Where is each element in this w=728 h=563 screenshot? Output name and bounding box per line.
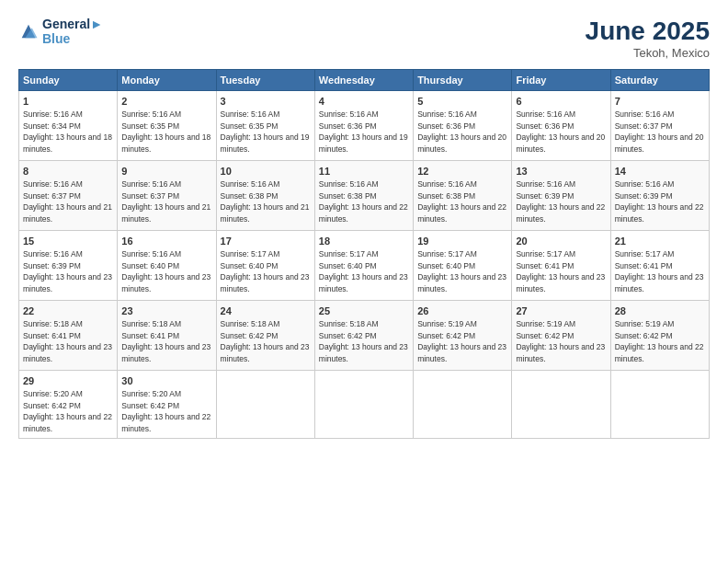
- calendar-cell: 22Sunrise: 5:18 AMSunset: 6:41 PMDayligh…: [19, 301, 118, 371]
- logo-icon: [18, 21, 39, 41]
- day-number: 8: [23, 165, 113, 178]
- day-number: 21: [615, 235, 705, 247]
- calendar-cell: 2Sunrise: 5:16 AMSunset: 6:35 PMDaylight…: [118, 91, 216, 161]
- day-info: Sunrise: 5:18 AMSunset: 6:42 PMDaylight:…: [221, 319, 310, 362]
- day-number: 11: [319, 165, 409, 178]
- calendar-cell: 17Sunrise: 5:17 AMSunset: 6:40 PMDayligh…: [216, 231, 314, 301]
- col-header-tuesday: Tuesday: [216, 70, 314, 91]
- calendar-cell: 28Sunrise: 5:19 AMSunset: 6:42 PMDayligh…: [610, 301, 709, 371]
- calendar-cell: 27Sunrise: 5:19 AMSunset: 6:42 PMDayligh…: [512, 301, 610, 371]
- calendar-cell: 20Sunrise: 5:17 AMSunset: 6:41 PMDayligh…: [512, 231, 610, 301]
- day-number: 15: [23, 235, 113, 247]
- day-number: 3: [221, 95, 311, 108]
- calendar-cell: 3Sunrise: 5:16 AMSunset: 6:35 PMDaylight…: [216, 91, 314, 161]
- calendar-cell: 5Sunrise: 5:16 AMSunset: 6:36 PMDaylight…: [414, 91, 512, 161]
- day-number: 12: [417, 165, 507, 178]
- col-header-thursday: Thursday: [414, 70, 512, 91]
- calendar-cell: 8Sunrise: 5:16 AMSunset: 6:37 PMDaylight…: [19, 161, 118, 231]
- day-info: Sunrise: 5:16 AMSunset: 6:37 PMDaylight:…: [615, 109, 704, 153]
- day-info: Sunrise: 5:16 AMSunset: 6:38 PMDaylight:…: [417, 179, 506, 223]
- day-number: 6: [516, 95, 606, 108]
- day-number: 28: [615, 304, 705, 317]
- day-number: 1: [23, 95, 113, 108]
- calendar-cell: 7Sunrise: 5:16 AMSunset: 6:37 PMDaylight…: [610, 91, 709, 161]
- day-info: Sunrise: 5:17 AMSunset: 6:40 PMDaylight:…: [417, 249, 506, 293]
- calendar-week-row: 8Sunrise: 5:16 AMSunset: 6:37 PMDaylight…: [19, 161, 710, 231]
- day-info: Sunrise: 5:16 AMSunset: 6:37 PMDaylight:…: [121, 179, 210, 223]
- calendar-cell: 21Sunrise: 5:17 AMSunset: 6:41 PMDayligh…: [610, 231, 709, 301]
- day-number: 5: [417, 95, 507, 108]
- calendar-cell: 25Sunrise: 5:18 AMSunset: 6:42 PMDayligh…: [314, 301, 413, 371]
- col-header-saturday: Saturday: [610, 70, 709, 91]
- calendar-cell: 4Sunrise: 5:16 AMSunset: 6:36 PMDaylight…: [314, 91, 413, 161]
- day-number: 18: [319, 235, 409, 247]
- day-number: 20: [516, 235, 606, 247]
- month-title: June 2025: [586, 17, 710, 46]
- day-info: Sunrise: 5:18 AMSunset: 6:42 PMDaylight:…: [319, 319, 408, 362]
- day-info: Sunrise: 5:16 AMSunset: 6:40 PMDaylight:…: [121, 249, 210, 293]
- calendar-cell: 19Sunrise: 5:17 AMSunset: 6:40 PMDayligh…: [414, 231, 512, 301]
- day-info: Sunrise: 5:18 AMSunset: 6:41 PMDaylight:…: [23, 319, 112, 362]
- calendar-cell: 6Sunrise: 5:16 AMSunset: 6:36 PMDaylight…: [512, 91, 610, 161]
- day-info: Sunrise: 5:20 AMSunset: 6:42 PMDaylight:…: [121, 389, 210, 432]
- calendar-cell: 18Sunrise: 5:17 AMSunset: 6:40 PMDayligh…: [314, 231, 413, 301]
- col-header-sunday: Sunday: [19, 70, 118, 91]
- day-info: Sunrise: 5:16 AMSunset: 6:36 PMDaylight:…: [319, 109, 408, 153]
- day-number: 2: [121, 95, 211, 108]
- day-info: Sunrise: 5:16 AMSunset: 6:36 PMDaylight:…: [417, 109, 506, 153]
- col-header-monday: Monday: [118, 70, 216, 91]
- calendar-cell: 14Sunrise: 5:16 AMSunset: 6:39 PMDayligh…: [610, 161, 709, 231]
- day-info: Sunrise: 5:17 AMSunset: 6:40 PMDaylight:…: [319, 249, 408, 293]
- day-info: Sunrise: 5:19 AMSunset: 6:42 PMDaylight:…: [615, 319, 704, 362]
- calendar-cell: [216, 371, 314, 439]
- day-number: 24: [221, 304, 311, 317]
- day-info: Sunrise: 5:16 AMSunset: 6:35 PMDaylight:…: [221, 109, 310, 153]
- day-info: Sunrise: 5:19 AMSunset: 6:42 PMDaylight:…: [417, 319, 506, 362]
- day-info: Sunrise: 5:16 AMSunset: 6:39 PMDaylight:…: [615, 179, 704, 223]
- calendar-cell: [512, 371, 610, 439]
- day-info: Sunrise: 5:16 AMSunset: 6:35 PMDaylight:…: [121, 109, 210, 153]
- day-info: Sunrise: 5:17 AMSunset: 6:41 PMDaylight:…: [615, 249, 704, 293]
- day-info: Sunrise: 5:16 AMSunset: 6:37 PMDaylight:…: [23, 179, 112, 223]
- logo: General► Blue: [18, 17, 103, 46]
- calendar-cell: 9Sunrise: 5:16 AMSunset: 6:37 PMDaylight…: [118, 161, 216, 231]
- calendar-cell: 1Sunrise: 5:16 AMSunset: 6:34 PMDaylight…: [19, 91, 118, 161]
- calendar-cell: 23Sunrise: 5:18 AMSunset: 6:41 PMDayligh…: [118, 301, 216, 371]
- day-info: Sunrise: 5:16 AMSunset: 6:34 PMDaylight:…: [23, 109, 112, 153]
- day-number: 19: [417, 235, 507, 247]
- day-number: 14: [615, 165, 705, 178]
- calendar-cell: 16Sunrise: 5:16 AMSunset: 6:40 PMDayligh…: [118, 231, 216, 301]
- day-number: 22: [23, 304, 113, 317]
- calendar-week-row: 1Sunrise: 5:16 AMSunset: 6:34 PMDaylight…: [19, 91, 710, 161]
- calendar-cell: 13Sunrise: 5:16 AMSunset: 6:39 PMDayligh…: [512, 161, 610, 231]
- day-info: Sunrise: 5:16 AMSunset: 6:36 PMDaylight:…: [516, 109, 605, 153]
- calendar-cell: 11Sunrise: 5:16 AMSunset: 6:38 PMDayligh…: [314, 161, 413, 231]
- calendar-cell: 15Sunrise: 5:16 AMSunset: 6:39 PMDayligh…: [19, 231, 118, 301]
- day-number: 4: [319, 95, 409, 108]
- day-info: Sunrise: 5:16 AMSunset: 6:39 PMDaylight:…: [23, 249, 112, 293]
- calendar-cell: 24Sunrise: 5:18 AMSunset: 6:42 PMDayligh…: [216, 301, 314, 371]
- calendar-week-row: 15Sunrise: 5:16 AMSunset: 6:39 PMDayligh…: [19, 231, 710, 301]
- day-number: 10: [221, 165, 311, 178]
- day-info: Sunrise: 5:16 AMSunset: 6:39 PMDaylight:…: [516, 179, 605, 223]
- calendar-table: SundayMondayTuesdayWednesdayThursdayFrid…: [18, 69, 710, 439]
- day-info: Sunrise: 5:16 AMSunset: 6:38 PMDaylight:…: [319, 179, 408, 223]
- day-number: 23: [121, 304, 211, 317]
- title-block: June 2025 Tekoh, Mexico: [586, 17, 710, 60]
- col-header-wednesday: Wednesday: [314, 70, 413, 91]
- calendar-week-row: 29Sunrise: 5:20 AMSunset: 6:42 PMDayligh…: [19, 371, 710, 439]
- day-number: 9: [121, 165, 211, 178]
- day-number: 13: [516, 165, 606, 178]
- day-number: 25: [319, 304, 409, 317]
- day-number: 29: [23, 374, 113, 387]
- day-info: Sunrise: 5:17 AMSunset: 6:40 PMDaylight:…: [221, 249, 310, 293]
- location: Tekoh, Mexico: [586, 46, 710, 60]
- day-number: 30: [121, 374, 211, 387]
- calendar-week-row: 22Sunrise: 5:18 AMSunset: 6:41 PMDayligh…: [19, 301, 710, 371]
- calendar-cell: [314, 371, 413, 439]
- day-info: Sunrise: 5:18 AMSunset: 6:41 PMDaylight:…: [121, 319, 210, 362]
- day-number: 16: [121, 235, 211, 247]
- day-number: 7: [615, 95, 705, 108]
- logo-text: General► Blue: [42, 17, 103, 46]
- calendar-cell: [414, 371, 512, 439]
